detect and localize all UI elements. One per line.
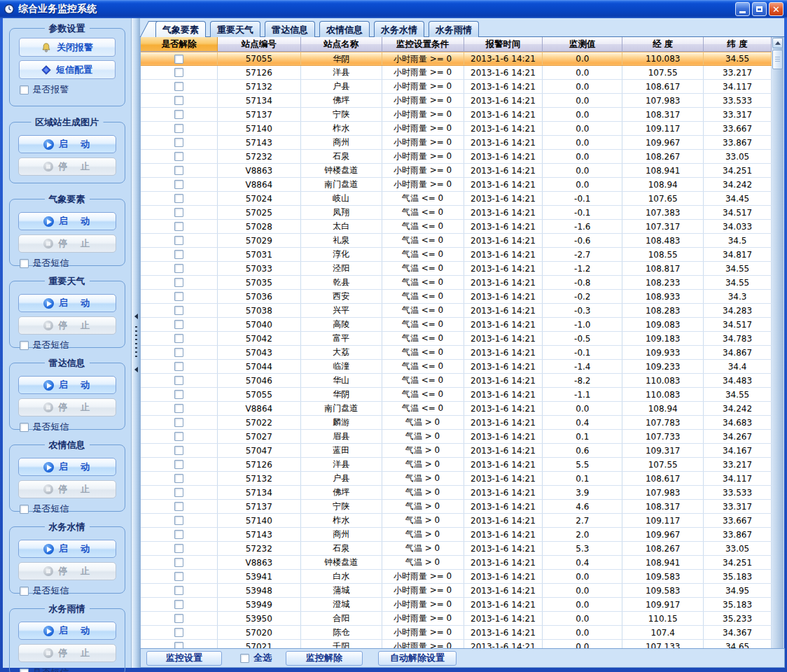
table-row[interactable]: 57028太白气温 <= 02013-1-6 14:21-1.6107.3173…	[141, 220, 772, 234]
tab-6[interactable]: 水务雨情	[429, 21, 479, 37]
row-release-checkbox[interactable]	[174, 180, 183, 189]
vertical-scrollbar[interactable]	[772, 37, 783, 648]
close-button[interactable]: ✕	[769, 2, 783, 16]
row-release-checkbox[interactable]	[174, 516, 183, 525]
row-release-checkbox[interactable]	[174, 628, 183, 637]
stop-button[interactable]: 停 止	[18, 562, 116, 580]
stop-button[interactable]: 停 止	[18, 644, 116, 662]
table-row[interactable]: V8864南门盘道小时雨量 >= 02013-1-6 14:210.0108.9…	[141, 178, 772, 192]
sms-checkbox[interactable]	[20, 505, 29, 514]
stop-button[interactable]: 停 止	[18, 398, 116, 416]
row-release-checkbox[interactable]	[174, 586, 183, 595]
table-row[interactable]: V8863钟楼盘道小时雨量 >= 02013-1-6 14:210.0108.9…	[141, 164, 772, 178]
table-row[interactable]: 53950合阳小时雨量 >= 02013-1-6 14:210.0110.153…	[141, 612, 772, 626]
row-release-checkbox[interactable]	[174, 460, 183, 469]
start-button[interactable]: 启 动	[18, 212, 116, 230]
table-row[interactable]: 57232石泉气温 > 02013-1-6 14:215.3108.26733.…	[141, 542, 772, 556]
row-release-checkbox[interactable]	[174, 250, 183, 259]
row-release-checkbox[interactable]	[174, 418, 183, 427]
row-release-checkbox[interactable]	[174, 446, 183, 455]
table-row[interactable]: 57232石泉小时雨量 >= 02013-1-6 14:210.0108.267…	[141, 150, 772, 164]
table-row[interactable]: 57025凤翔气温 <= 02013-1-6 14:21-0.1107.3833…	[141, 206, 772, 220]
row-release-checkbox[interactable]	[174, 55, 183, 64]
stop-button[interactable]: 停 止	[18, 480, 116, 498]
table-row[interactable]: 57024岐山气温 <= 02013-1-6 14:21-0.1107.6534…	[141, 192, 772, 206]
table-row[interactable]: 57044临潼气温 <= 02013-1-6 14:21-1.4109.2333…	[141, 360, 772, 374]
start-button[interactable]: 启 动	[18, 622, 116, 640]
sms-config-button[interactable]: 短信配置	[19, 60, 116, 79]
column-header[interactable]: 纬 度	[704, 37, 772, 52]
table-row[interactable]: 57055华阴气温 <= 02013-1-6 14:21-1.1110.0833…	[141, 388, 772, 402]
maximize-button[interactable]	[752, 2, 767, 16]
tab-5[interactable]: 水务水情	[374, 21, 424, 37]
row-release-checkbox[interactable]	[174, 474, 183, 483]
table-row[interactable]: 57038兴平气温 <= 02013-1-6 14:21-0.3108.2833…	[141, 304, 772, 318]
table-row[interactable]: 53941白水小时雨量 >= 02013-1-6 14:210.0109.583…	[141, 570, 772, 584]
stop-button[interactable]: 停 止	[18, 316, 116, 335]
table-row[interactable]: 57140柞水气温 > 02013-1-6 14:212.7109.11733.…	[141, 514, 772, 528]
splitter-grip-icon[interactable]	[135, 326, 137, 360]
table-row[interactable]: 57043大荔气温 <= 02013-1-6 14:21-0.1109.9333…	[141, 346, 772, 360]
table-row[interactable]: 57035乾县气温 <= 02013-1-6 14:21-0.8108.2333…	[141, 276, 772, 290]
table-row[interactable]: 57137宁陕小时雨量 >= 02013-1-6 14:210.0108.317…	[141, 108, 772, 122]
row-release-checkbox[interactable]	[174, 166, 183, 175]
row-release-checkbox[interactable]	[174, 642, 183, 648]
table-row[interactable]: 57046华山气温 <= 02013-1-6 14:21-8.2110.0833…	[141, 374, 772, 388]
start-button[interactable]: 启 动	[18, 376, 116, 394]
table-row[interactable]: 57036西安气温 <= 02013-1-6 14:21-0.2108.9333…	[141, 290, 772, 304]
stop-button[interactable]: 停 止	[18, 234, 116, 253]
table-row[interactable]: 57042富平气温 <= 02013-1-6 14:21-0.5109.1833…	[141, 332, 772, 346]
row-release-checkbox[interactable]	[174, 110, 183, 119]
tab-4[interactable]: 农情信息	[319, 21, 370, 37]
sms-checkbox[interactable]	[20, 259, 29, 268]
monitor-release-button[interactable]: 监控解除	[286, 651, 363, 666]
monitor-set-button[interactable]: 监控设置	[146, 651, 222, 666]
table-row[interactable]: 57134佛坪小时雨量 >= 02013-1-6 14:210.0107.983…	[141, 94, 772, 108]
row-release-checkbox[interactable]	[174, 530, 183, 539]
table-row[interactable]: 57126洋县小时雨量 >= 02013-1-6 14:210.0107.553…	[141, 66, 772, 80]
minimize-button[interactable]	[735, 2, 750, 16]
table-row[interactable]: 57132户县小时雨量 >= 02013-1-6 14:210.0108.617…	[141, 80, 772, 94]
column-header[interactable]: 报警时间	[464, 37, 543, 52]
row-release-checkbox[interactable]	[174, 138, 183, 147]
row-release-checkbox[interactable]	[174, 614, 183, 623]
row-release-checkbox[interactable]	[174, 264, 183, 273]
table-row[interactable]: V8864南门盘道气温 <= 02013-1-6 14:210.0108.943…	[141, 402, 772, 416]
table-row[interactable]: 57140柞水小时雨量 >= 02013-1-6 14:210.0109.117…	[141, 122, 772, 136]
row-release-checkbox[interactable]	[174, 544, 183, 553]
table-row[interactable]: 57134佛坪气温 > 02013-1-6 14:213.9107.98333.…	[141, 486, 772, 500]
start-button[interactable]: 启 动	[18, 135, 116, 153]
sms-checkbox[interactable]	[20, 668, 29, 672]
row-release-checkbox[interactable]	[174, 404, 183, 413]
row-release-checkbox[interactable]	[174, 600, 183, 609]
row-release-checkbox[interactable]	[174, 572, 183, 581]
scroll-up-button[interactable]	[772, 38, 783, 48]
row-release-checkbox[interactable]	[174, 558, 183, 567]
start-button[interactable]: 启 动	[18, 294, 116, 312]
table-row[interactable]: 53949澄城小时雨量 >= 02013-1-6 14:210.0109.917…	[141, 598, 772, 612]
column-header[interactable]: 站点编号	[218, 37, 301, 52]
table-row[interactable]: V8863钟楼盘道气温 > 02013-1-6 14:210.4108.9413…	[141, 556, 772, 570]
row-release-checkbox[interactable]	[174, 488, 183, 497]
column-header[interactable]: 监控设置条件	[382, 37, 464, 52]
row-release-checkbox[interactable]	[174, 124, 183, 133]
row-release-checkbox[interactable]	[174, 194, 183, 203]
table-row[interactable]: 57143商州气温 > 02013-1-6 14:212.0109.96733.…	[141, 528, 772, 542]
row-release-checkbox[interactable]	[174, 376, 183, 385]
table-row[interactable]: 57033泾阳气温 <= 02013-1-6 14:21-1.2108.8173…	[141, 262, 772, 276]
auto-release-button[interactable]: 自动解除设置	[378, 651, 457, 666]
column-header[interactable]: 经 度	[622, 37, 704, 52]
row-release-checkbox[interactable]	[174, 320, 183, 329]
row-release-checkbox[interactable]	[174, 152, 183, 161]
row-release-checkbox[interactable]	[174, 68, 183, 77]
column-header[interactable]: 是否解除	[141, 37, 218, 52]
row-release-checkbox[interactable]	[174, 334, 183, 343]
table-row[interactable]: 57126洋县气温 > 02013-1-6 14:215.5107.5533.2…	[141, 458, 772, 472]
table-row[interactable]: 57047蓝田气温 > 02013-1-6 14:210.6109.31734.…	[141, 444, 772, 458]
table-row[interactable]: 57040高陵气温 <= 02013-1-6 14:21-1.0109.0833…	[141, 318, 772, 332]
close-alarm-button[interactable]: 关闭报警	[19, 38, 116, 57]
table-row[interactable]: 57132户县气温 > 02013-1-6 14:210.1108.61734.…	[141, 472, 772, 486]
row-release-checkbox[interactable]	[174, 432, 183, 441]
start-button[interactable]: 启 动	[18, 540, 116, 558]
row-release-checkbox[interactable]	[174, 208, 183, 217]
